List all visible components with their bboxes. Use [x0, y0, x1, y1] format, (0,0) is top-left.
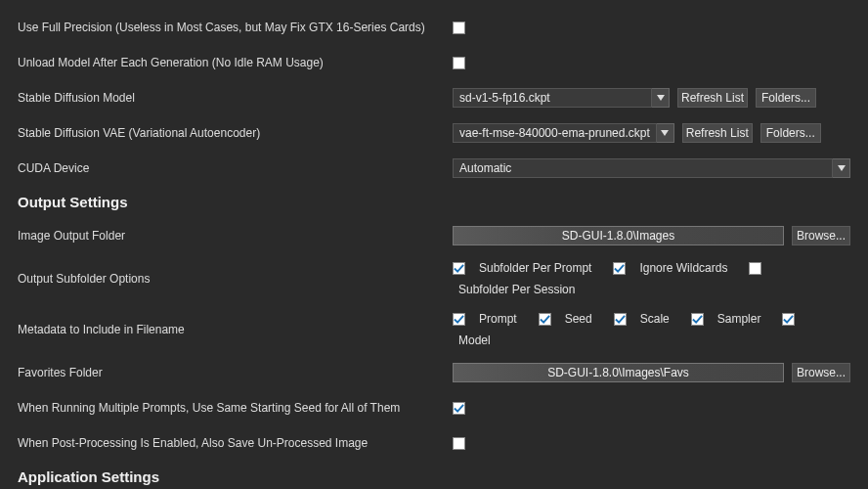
favorites-folder-browse-button[interactable]: Browse... — [792, 363, 850, 382]
application-settings-heading: Application Settings — [18, 468, 850, 485]
option-checkbox[interactable] — [614, 313, 627, 326]
option-checkbox[interactable] — [453, 313, 465, 326]
subfolder-options-label: Output Subfolder Options — [18, 272, 453, 286]
save-unprocessed-label: When Post-Processing Is Enabled, Also Sa… — [18, 436, 453, 450]
chevron-down-icon — [657, 95, 665, 101]
output-folder-browse-button[interactable]: Browse... — [792, 226, 850, 245]
output-settings-heading: Output Settings — [18, 194, 850, 210]
metadata-filename-group: PromptSeedScaleSamplerModel — [453, 312, 850, 347]
option-label: Subfolder Per Prompt — [479, 261, 591, 275]
sd-vae-dropdown[interactable]: vae-ft-mse-840000-ema-pruned.ckpt — [453, 123, 657, 143]
sd-model-folders-button[interactable]: Folders... — [756, 88, 816, 108]
metadata-filename-label: Metadata to Include in Filename — [18, 323, 453, 336]
full-precision-checkbox[interactable] — [453, 22, 465, 34]
full-precision-label: Use Full Precision (Useless in Most Case… — [18, 21, 453, 34]
sd-vae-dropdown-toggle[interactable] — [657, 123, 674, 143]
output-folder-label: Image Output Folder — [18, 229, 453, 243]
cuda-device-label: CUDA Device — [18, 161, 453, 175]
subfolder-options-group: Subfolder Per PromptIgnore WildcardsSubf… — [453, 261, 850, 296]
option-checkbox[interactable] — [691, 313, 704, 326]
sd-vae-refresh-button[interactable]: Refresh List — [682, 123, 753, 143]
output-folder-path[interactable]: SD-GUI-1.8.0\Images — [453, 226, 784, 245]
unload-model-checkbox[interactable] — [453, 57, 465, 69]
option-label: Seed — [565, 312, 592, 326]
save-unprocessed-checkbox[interactable] — [453, 437, 465, 450]
sd-vae-label: Stable Diffusion VAE (Variational Autoen… — [18, 126, 453, 140]
option-label: Model — [458, 333, 491, 347]
chevron-down-icon — [838, 165, 846, 171]
option-label: Scale — [640, 312, 670, 326]
sd-model-refresh-button[interactable]: Refresh List — [677, 88, 748, 108]
option-label: Sampler — [717, 312, 761, 326]
favorites-folder-label: Favorites Folder — [18, 366, 453, 379]
same-seed-label: When Running Multiple Prompts, Use Same … — [18, 401, 453, 415]
chevron-down-icon — [661, 130, 669, 136]
cuda-device-dropdown-toggle[interactable] — [833, 158, 850, 178]
option-label: Subfolder Per Session — [458, 283, 575, 296]
option-checkbox[interactable] — [613, 262, 626, 275]
option-checkbox[interactable] — [453, 262, 465, 275]
option-checkbox[interactable] — [749, 262, 761, 275]
sd-model-dropdown[interactable]: sd-v1-5-fp16.ckpt — [453, 88, 652, 108]
same-seed-checkbox[interactable] — [453, 402, 465, 415]
favorites-folder-path[interactable]: SD-GUI-1.8.0\Images\Favs — [453, 363, 784, 382]
option-checkbox[interactable] — [539, 313, 551, 326]
option-label: Ignore Wildcards — [639, 261, 727, 275]
sd-vae-folders-button[interactable]: Folders... — [760, 123, 821, 143]
option-label: Prompt — [479, 312, 517, 326]
sd-model-dropdown-toggle[interactable] — [652, 88, 670, 108]
unload-model-label: Unload Model After Each Generation (No I… — [18, 56, 453, 69]
cuda-device-dropdown[interactable]: Automatic — [453, 158, 833, 178]
option-checkbox[interactable] — [782, 313, 795, 326]
sd-model-label: Stable Diffusion Model — [18, 91, 453, 105]
